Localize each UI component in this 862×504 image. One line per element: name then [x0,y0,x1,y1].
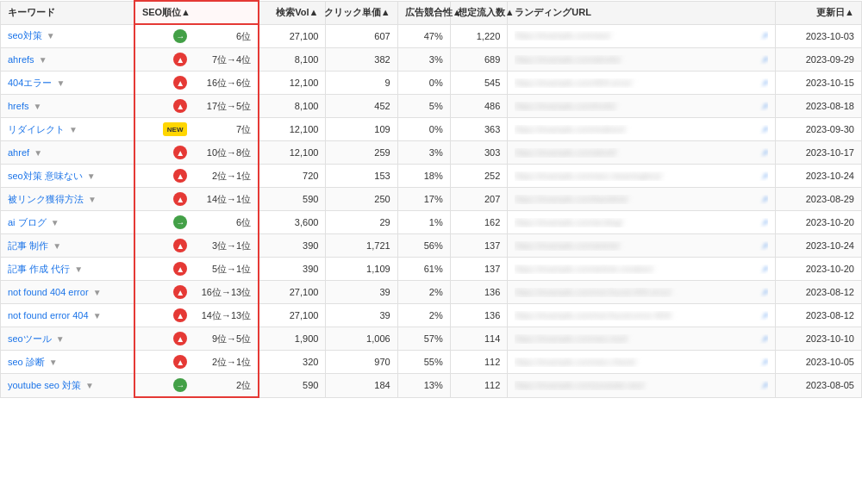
landing-url-cell[interactable]: https://example.com/article/↗ [508,234,776,258]
keyword-cell[interactable]: ai ブログ ▼ [1,211,134,234]
landing-url-text: https://example.com/not-found-404-error/ [515,288,758,297]
keyword-cell[interactable]: hrefs ▼ [1,95,134,118]
seo-rank-header[interactable]: SEO順位▲ [134,1,259,24]
ad-comp-cell: 61% [397,258,450,281]
updated-date-cell: 2023-10-20 [776,211,862,234]
landing-url-cell[interactable]: https://example.com/not-found-error-404/… [508,304,776,327]
landing-url-link[interactable]: ↗ [761,264,768,274]
cpc-cell: 970 [326,351,397,374]
landing-url-cell[interactable]: https://example.com/article-creation/↗ [508,258,776,281]
caret-icon: ▼ [49,358,58,367]
keyword-cell[interactable]: not found 404 error ▼ [1,281,134,304]
landing-url-link[interactable]: ↗ [761,381,768,390]
rank-value: 5位→1位 [191,263,251,276]
landing-url-link[interactable]: ↗ [761,288,768,297]
landing-url-text: https://example.com/ahrefs/ [515,55,758,65]
landing-url-link[interactable]: ↗ [761,125,768,134]
seo-table: キーワード SEO順位▲ 検索Vol▲ クリック単価▲ 広告競合性▲ 想定流入数… [0,0,862,398]
ad-comp-cell: 2% [397,281,450,304]
landing-header[interactable]: ランディングURL [508,1,776,24]
updated-date-cell: 2023-10-24 [776,234,862,258]
caret-icon: ▼ [51,218,59,227]
landing-url-cell[interactable]: https://example.com/seo/↗ [508,24,776,48]
landing-url-cell[interactable]: https://example.com/404-error/↗ [508,72,776,95]
landing-url-cell[interactable]: https://example.com/backlink/↗ [508,188,776,211]
seo-rank-cell: ▲16位→13位 [134,281,259,304]
landing-url-link[interactable]: ↗ [761,195,768,204]
rank-stable-icon: → [173,215,187,229]
table-row: youtube seo 対策 ▼→2位59018413%112https://e… [1,374,862,398]
landing-url-cell[interactable]: https://example.com/seo-tool/↗ [508,327,776,351]
table-row: seoツール ▼▲9位→5位1,9001,00657%114https://ex… [1,327,862,351]
updated-date-cell: 2023-09-30 [776,118,862,141]
landing-url-text: https://example.com/404-error/ [515,78,758,88]
landing-url-text: https://example.com/redirect/ [515,125,758,134]
keyword-cell[interactable]: ahref ▼ [1,141,134,165]
caret-icon: ▼ [85,381,94,390]
rank-up-icon: ▲ [173,192,187,206]
cpc-cell: 1,006 [326,327,397,351]
search-vol-cell: 8,100 [259,48,326,72]
landing-url-link[interactable]: ↗ [761,78,768,88]
flow-cell: 689 [450,48,508,72]
cpc-header[interactable]: クリック単価▲ [326,1,397,24]
landing-url-cell[interactable]: https://example.com/not-found-404-error/… [508,281,776,304]
keyword-cell[interactable]: seo対策 意味ない ▼ [1,165,134,188]
keyword-cell[interactable]: 記事 作成 代行 ▼ [1,258,134,281]
keyword-cell[interactable]: リダイレクト ▼ [1,118,134,141]
landing-url-link[interactable]: ↗ [761,358,768,367]
keyword-cell[interactable]: youtube seo 対策 ▼ [1,374,134,398]
keyword-cell[interactable]: seo 診断 ▼ [1,351,134,374]
landing-url-cell[interactable]: https://example.com/youtube-seo/↗ [508,374,776,398]
rank-value: 9位→5位 [191,333,251,345]
keyword-cell[interactable]: seoツール ▼ [1,327,134,351]
updated-header[interactable]: 更新日▲ [776,1,862,24]
search-vol-cell: 12,100 [259,141,326,165]
ad-comp-header[interactable]: 広告競合性▲ [397,1,450,24]
landing-url-link[interactable]: ↗ [761,311,768,320]
rank-new-icon: NEW [163,122,187,136]
landing-url-cell[interactable]: https://example.com/ai-blog/↗ [508,211,776,234]
keyword-cell[interactable]: 被リンク獲得方法 ▼ [1,188,134,211]
landing-url-cell[interactable]: https://example.com/seo-check/↗ [508,351,776,374]
landing-url-cell[interactable]: https://example.com/ahref/↗ [508,141,776,165]
flow-cell: 162 [450,211,508,234]
keyword-cell[interactable]: 記事 制作 ▼ [1,234,134,258]
caret-icon: ▼ [69,125,78,134]
rank-up-icon: ▲ [173,308,187,322]
seo-rank-cell: ▲9位→5位 [134,327,259,351]
keyword-cell[interactable]: ahrefs ▼ [1,48,134,72]
landing-url-cell[interactable]: https://example.com/redirect/↗ [508,118,776,141]
caret-icon: ▼ [93,311,102,320]
landing-url-link[interactable]: ↗ [761,102,768,111]
updated-date-cell: 2023-08-05 [776,374,862,398]
keyword-cell[interactable]: 404エラー ▼ [1,72,134,95]
seo-rank-cell: ▲2位→1位 [134,165,259,188]
rank-up-icon: ▲ [173,239,187,252]
landing-url-link[interactable]: ↗ [761,31,768,40]
rank-value: 10位→8位 [191,146,251,159]
landing-url-link[interactable]: ↗ [761,171,768,181]
landing-url-cell[interactable]: https://example.com/hrefs/↗ [508,95,776,118]
keyword-cell[interactable]: seo対策 ▼ [1,24,134,48]
search-vol-cell: 390 [259,234,326,258]
rank-up-icon: ▲ [173,76,187,90]
landing-url-link[interactable]: ↗ [761,334,768,344]
landing-url-link[interactable]: ↗ [761,148,768,158]
flow-header[interactable]: 想定流入数▲ [450,1,508,24]
landing-url-cell[interactable]: https://example.com/seo-meaningless/↗ [508,165,776,188]
landing-url-cell[interactable]: https://example.com/ahrefs/↗ [508,48,776,72]
search-vol-cell: 27,100 [259,304,326,327]
keyword-header[interactable]: キーワード [1,1,134,24]
updated-date-cell: 2023-08-29 [776,188,862,211]
ad-comp-cell: 18% [397,165,450,188]
search-vol-header[interactable]: 検索Vol▲ [259,1,326,24]
landing-url-link[interactable]: ↗ [761,55,768,65]
landing-url-link[interactable]: ↗ [761,218,768,227]
caret-icon: ▼ [34,102,42,111]
caret-icon: ▼ [39,55,47,65]
keyword-cell[interactable]: not found error 404 ▼ [1,304,134,327]
landing-url-link[interactable]: ↗ [761,241,768,251]
rank-value: 2位→1位 [191,170,251,183]
cpc-cell: 259 [326,141,397,165]
